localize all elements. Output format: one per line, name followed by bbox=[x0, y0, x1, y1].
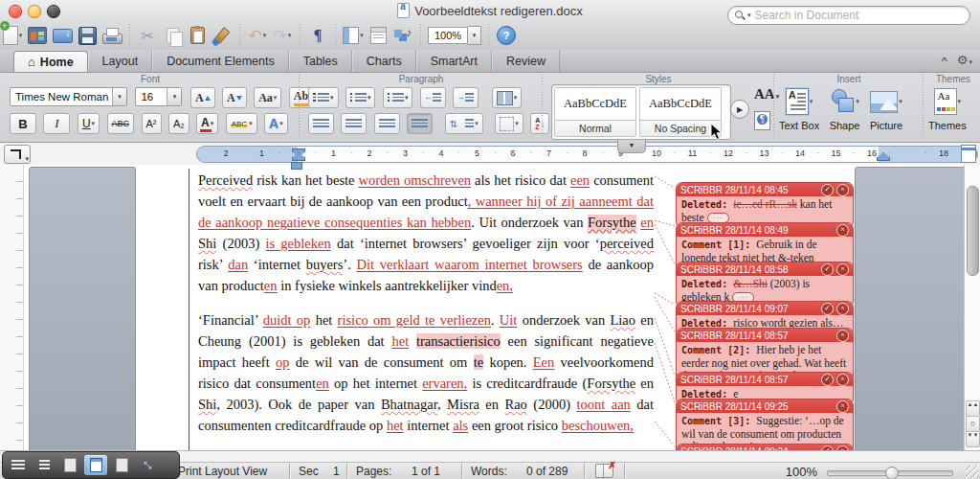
document-area[interactable]: Perceived risk kan het beste worden omsc… bbox=[0, 165, 980, 450]
reject-change-icon[interactable]: × bbox=[836, 374, 849, 386]
search-field[interactable]: ▾ Search in Document bbox=[727, 6, 970, 25]
vertical-scrollbar-thumb[interactable] bbox=[967, 186, 979, 276]
tab-charts[interactable]: Charts bbox=[352, 50, 416, 72]
reject-change-icon[interactable]: × bbox=[836, 224, 849, 237]
next-page-button[interactable]: ▼▼ bbox=[966, 431, 980, 447]
comment-bubble-deleted[interactable]: SCRiBBR 28/11/14 09:24✓× bbox=[676, 444, 854, 450]
strikethrough-button[interactable]: ABC bbox=[107, 113, 135, 134]
collapse-ribbon-button[interactable]: ^ bbox=[941, 56, 947, 65]
previous-page-button[interactable]: ▲▲ bbox=[966, 400, 980, 417]
cut-button[interactable]: ✂ bbox=[135, 23, 160, 48]
publishing-layout-view-button[interactable] bbox=[58, 455, 81, 475]
section-value[interactable]: 1 bbox=[333, 465, 340, 478]
tab-review[interactable]: Review bbox=[492, 50, 560, 72]
font-name-combo[interactable]: Times New Roman▾ bbox=[10, 87, 127, 106]
increase-indent-button[interactable]: → bbox=[453, 87, 479, 108]
new-document-button[interactable]: ▾ bbox=[0, 23, 25, 48]
print-layout-view-button[interactable] bbox=[84, 455, 107, 475]
document-text[interactable]: Perceived risk kan het beste worden omsc… bbox=[198, 170, 654, 450]
font-color-button[interactable]: A▾ bbox=[196, 113, 218, 134]
tab-document-elements[interactable]: Document Elements bbox=[152, 50, 289, 72]
text-highlight-button[interactable]: ABC▾ bbox=[226, 113, 257, 134]
tab-layout[interactable]: Layout bbox=[88, 50, 153, 72]
reject-change-icon[interactable]: × bbox=[836, 330, 849, 342]
hanging-indent-marker[interactable] bbox=[291, 162, 302, 170]
comment-bubble-comment[interactable]: SCRiBBR 28/11/14 09:25×Comment [3]: Sugg… bbox=[676, 399, 854, 450]
help-button[interactable]: ? bbox=[494, 23, 519, 48]
reject-change-icon[interactable]: × bbox=[836, 303, 849, 315]
insert-text-box-button[interactable]: ▾Text Box bbox=[779, 85, 819, 131]
align-center-button[interactable] bbox=[341, 113, 367, 134]
grow-font-button[interactable]: A bbox=[190, 87, 215, 108]
horizontal-ruler[interactable]: 21123456789101112131415161819···········… bbox=[196, 146, 978, 163]
tab-smartart[interactable]: SmartArt bbox=[416, 50, 492, 72]
zoom-slider-thumb[interactable] bbox=[885, 467, 899, 479]
bullets-button[interactable]: ▾ bbox=[308, 87, 339, 108]
notebook-layout-view-button[interactable] bbox=[110, 455, 133, 475]
columns-button[interactable]: ▾ bbox=[492, 87, 523, 108]
paragraph[interactable]: Perceived risk kan het beste worden omsc… bbox=[198, 170, 654, 296]
words-label[interactable]: Words: bbox=[471, 465, 507, 478]
paste-button[interactable] bbox=[185, 23, 210, 48]
multilevel-list-button[interactable]: ▾ bbox=[383, 87, 413, 108]
underline-button[interactable]: U▾ bbox=[78, 113, 100, 134]
paragraph[interactable]: ‘Financial’ duidt op het risico om geld … bbox=[198, 309, 654, 436]
shrink-font-button[interactable]: A bbox=[222, 87, 247, 108]
borders-button[interactable]: ▾ bbox=[495, 113, 523, 134]
open-button[interactable] bbox=[50, 23, 75, 48]
undo-button[interactable]: ↶▾ bbox=[245, 23, 270, 48]
expand-ellipsis-button[interactable]: ··· bbox=[707, 213, 729, 223]
window-resize-grip[interactable] bbox=[966, 466, 979, 479]
vertical-scrollbar[interactable]: ▲▲ ○ ▼▼ bbox=[964, 165, 980, 450]
decrease-indent-button[interactable]: ← bbox=[420, 87, 446, 108]
align-right-button[interactable] bbox=[374, 113, 400, 134]
insert-picture-button[interactable]: ▾Picture bbox=[870, 85, 902, 131]
bold-button[interactable]: B bbox=[10, 113, 36, 134]
insert-shape-button[interactable]: ▾Shape bbox=[830, 85, 860, 131]
accept-change-icon[interactable]: ✓ bbox=[821, 263, 834, 276]
redo-button[interactable]: ↷▾ bbox=[270, 23, 295, 48]
comment-bubble-deleted[interactable]: SCRiBBR 28/11/14 08:45✓×Deleted: ie…ed r… bbox=[676, 182, 854, 228]
media-browser-button[interactable] bbox=[390, 23, 415, 48]
section-label[interactable]: Sec bbox=[299, 465, 319, 478]
text-effects-button[interactable]: A▾ bbox=[264, 113, 288, 134]
spelling-status-icon[interactable] bbox=[595, 464, 613, 478]
ribbon-settings-button[interactable]: ⚙▾ bbox=[957, 53, 972, 67]
pages-label[interactable]: Pages: bbox=[356, 465, 391, 478]
save-button[interactable] bbox=[75, 23, 100, 48]
pages-value[interactable]: 1 of 1 bbox=[412, 465, 440, 478]
document-gallery-button[interactable] bbox=[25, 23, 50, 48]
style-card-normal[interactable]: AaBbCcDdENormal bbox=[554, 87, 636, 137]
select-browse-object-button[interactable]: ○ bbox=[966, 416, 980, 432]
draft-view-button[interactable] bbox=[7, 455, 30, 475]
accept-change-icon[interactable]: ✓ bbox=[821, 374, 834, 386]
words-value[interactable]: 0 of 289 bbox=[526, 465, 568, 478]
print-button[interactable] bbox=[100, 23, 124, 48]
numbering-button[interactable]: ▾ bbox=[345, 87, 376, 108]
copy-button[interactable] bbox=[160, 23, 185, 48]
show-toolbox-button[interactable] bbox=[366, 23, 390, 48]
reject-change-icon[interactable]: × bbox=[836, 400, 849, 413]
line-spacing-button[interactable]: ⇅▾ bbox=[445, 113, 483, 134]
reject-change-icon[interactable]: × bbox=[836, 263, 849, 276]
tab-tables[interactable]: Tables bbox=[289, 50, 352, 72]
tab-home[interactable]: ⌂Home bbox=[13, 51, 88, 72]
subscript-button[interactable]: A₂ bbox=[168, 113, 189, 134]
justify-button[interactable] bbox=[407, 113, 433, 134]
page-layout-view-button[interactable]: ▾ bbox=[341, 23, 366, 48]
superscript-button[interactable]: A² bbox=[142, 113, 162, 134]
italic-button[interactable]: I bbox=[43, 113, 70, 134]
zoom-slider[interactable] bbox=[827, 470, 953, 476]
tab-stop-selector[interactable] bbox=[4, 145, 31, 164]
full-screen-view-button[interactable]: ⤡ bbox=[136, 455, 159, 475]
manage-styles-button[interactable] bbox=[754, 111, 770, 130]
styles-gallery-next-button[interactable]: ▶ bbox=[730, 100, 749, 119]
ruler-toggle-icon[interactable] bbox=[961, 145, 976, 163]
accept-change-icon[interactable]: ✓ bbox=[821, 184, 834, 196]
change-case-button[interactable]: Aa▾ bbox=[254, 87, 281, 108]
left-indent-marker[interactable] bbox=[292, 152, 305, 161]
change-styles-button[interactable]: AA▾ bbox=[754, 86, 779, 103]
zoom-combo[interactable]: 100%▾ bbox=[428, 26, 481, 45]
themes-button[interactable]: ▾Themes bbox=[928, 85, 967, 131]
align-left-button[interactable] bbox=[308, 113, 334, 134]
